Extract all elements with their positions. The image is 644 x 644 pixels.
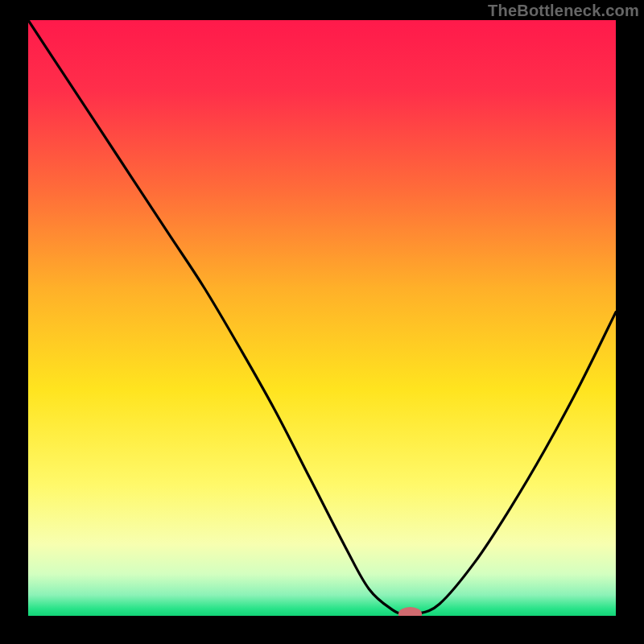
chart-frame: TheBottleneck.com bbox=[0, 0, 644, 644]
plot-area bbox=[28, 20, 616, 616]
chart-svg bbox=[28, 20, 616, 616]
gradient-background bbox=[28, 20, 616, 616]
watermark-text: TheBottleneck.com bbox=[488, 2, 639, 20]
